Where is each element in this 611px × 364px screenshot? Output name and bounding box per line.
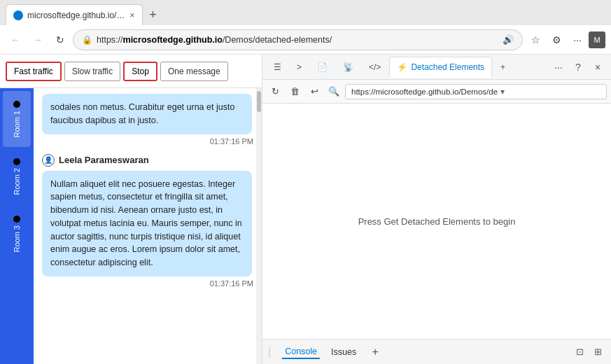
room-label-1: Room 1 xyxy=(13,111,21,138)
room-item-1[interactable]: Room 1 xyxy=(3,91,31,147)
chat-body: Room 1 Room 2 Room 3 xyxy=(0,88,262,364)
bottom-add-tab-icon[interactable]: + xyxy=(367,344,383,360)
address-url-domain: microsoftedge.github.io xyxy=(123,35,223,45)
devtools-tab-sources[interactable]: 📄 xyxy=(310,57,335,78)
html-icon: </> xyxy=(369,62,381,72)
message-bubble-1: sodales non metus. Curabitur eget urna e… xyxy=(42,94,252,134)
favorites-icon[interactable]: ☆ xyxy=(526,30,545,50)
dt-url-arrow: ▾ xyxy=(500,87,505,97)
scroll-thumb xyxy=(257,91,261,112)
devtools-tab-elements[interactable]: ☰ xyxy=(267,57,288,78)
network-icon: 📡 xyxy=(343,62,353,72)
browser-window: microsoftedge.github.io/Demos/c... × + ←… xyxy=(0,0,611,364)
detached-icon: ⚡ xyxy=(397,62,407,72)
settings-icon[interactable]: ⚙ xyxy=(547,30,566,50)
message-sender-2: 👤 Leela Parameswaran xyxy=(42,154,253,167)
chat-toolbar: Fast traffic Slow traffic Stop One messa… xyxy=(0,55,262,88)
address-bar[interactable]: 🔒 https://microsoftedge.github.io/Demos/… xyxy=(73,29,523,50)
nav-right-buttons: ☆ ⚙ ··· M xyxy=(526,30,605,50)
devtools-tab-console[interactable]: > xyxy=(290,57,309,78)
dt-search-button[interactable]: 🔍 xyxy=(325,83,342,100)
bottom-icon-2[interactable]: ⊞ xyxy=(590,344,605,360)
message-time-1: 01:37:16 PM xyxy=(42,137,253,146)
dt-url-text: https://microsoftedge.github.io/Demos/de xyxy=(351,88,498,96)
one-message-button[interactable]: One message xyxy=(160,62,228,81)
tab-title: microsoftedge.github.io/Demos/c... xyxy=(27,10,125,20)
read-aloud-icon: 🔊 xyxy=(503,34,514,45)
profile-button[interactable]: M xyxy=(589,31,605,48)
bottom-tab-console[interactable]: Console xyxy=(282,345,320,359)
fast-traffic-button[interactable]: Fast traffic xyxy=(6,62,62,81)
sender-name-2: Leela Parameswaran xyxy=(59,155,149,165)
new-tab-button[interactable]: + xyxy=(143,4,164,25)
address-url: https://microsoftedge.github.io/Demos/de… xyxy=(97,35,498,45)
room-item-2[interactable]: Room 2 xyxy=(3,148,31,204)
chat-messages[interactable]: sodales non metus. Curabitur eget urna e… xyxy=(34,88,262,364)
more-options-button[interactable]: ··· xyxy=(568,30,587,50)
devtools-close-button[interactable]: × xyxy=(589,58,607,76)
room-item-3[interactable]: Room 3 xyxy=(3,206,31,262)
devtools-hint-text: Press Get Detached Elements to begin xyxy=(358,216,516,227)
scroll-track[interactable] xyxy=(256,88,262,364)
elements-icon: ☰ xyxy=(274,62,281,72)
tab-favicon xyxy=(13,10,23,20)
detached-tab-label: Detached Elements xyxy=(411,62,484,72)
devtools-tab-html[interactable]: </> xyxy=(362,57,388,78)
room-label-2: Room 2 xyxy=(13,168,21,195)
message-text-2: Nullam aliquet elit nec posuere egestas.… xyxy=(50,179,242,268)
devtools-bottom-bar: | Console Issues + ⊡ ⊞ xyxy=(262,339,611,364)
devtools-help-button[interactable]: ? xyxy=(569,58,587,76)
add-tab-icon: + xyxy=(500,62,505,72)
tab-bar: microsoftedge.github.io/Demos/c... × + xyxy=(0,0,611,25)
dt-delete-button[interactable]: 🗑 xyxy=(286,83,303,100)
nav-bar: ← → ↻ 🔒 https://microsoftedge.github.io/… xyxy=(0,25,611,55)
chat-panel: Fast traffic Slow traffic Stop One messa… xyxy=(0,55,262,364)
console-icon: > xyxy=(297,62,302,72)
room-label-3: Room 3 xyxy=(13,225,21,253)
stop-button[interactable]: Stop xyxy=(123,62,157,81)
room-dot-2 xyxy=(13,158,20,165)
bottom-icon-1[interactable]: ⊡ xyxy=(572,344,587,360)
message-bubble-2: Nullam aliquet elit nec posuere egestas.… xyxy=(42,171,252,276)
address-url-path: /Demos/detached-elements/ xyxy=(223,35,332,45)
devtools-more-button[interactable]: ··· xyxy=(549,58,568,76)
room-sidebar: Room 1 Room 2 Room 3 xyxy=(0,88,34,364)
devtools-tab-add[interactable]: + xyxy=(493,57,512,78)
devtools-tab-bar: ☰ > 📄 📡 </> ⚡ Detached Elements xyxy=(262,55,611,80)
sources-icon: 📄 xyxy=(317,62,328,72)
dt-refresh-button[interactable]: ↻ xyxy=(267,83,283,100)
bottom-vertical-bar: | xyxy=(268,346,271,358)
devtools-panel: ☰ > 📄 📡 </> ⚡ Detached Elements xyxy=(262,55,611,364)
bottom-right-icons: ⊡ ⊞ xyxy=(572,344,605,360)
room-dot-3 xyxy=(13,216,20,223)
devtools-content: Press Get Detached Elements to begin xyxy=(262,104,611,339)
dt-address-bar[interactable]: https://microsoftedge.github.io/Demos/de… xyxy=(345,84,607,99)
main-area: Fast traffic Slow traffic Stop One messa… xyxy=(0,55,611,364)
refresh-button[interactable]: ↻ xyxy=(50,30,70,50)
browser-tab-active[interactable]: microsoftedge.github.io/Demos/c... × xyxy=(6,4,143,25)
forward-button[interactable]: → xyxy=(28,30,48,50)
message-text-1: sodales non metus. Curabitur eget urna e… xyxy=(50,102,234,125)
room-dot-1 xyxy=(13,101,20,108)
chat-content: sodales non metus. Curabitur eget urna e… xyxy=(34,88,262,302)
bottom-tab-issues[interactable]: Issues xyxy=(328,346,359,358)
avatar-leela: 👤 xyxy=(42,154,55,167)
message-time-2: 01:37:16 PM xyxy=(42,279,253,288)
devtools-tab-detached[interactable]: ⚡ Detached Elements xyxy=(389,57,492,78)
close-tab-icon[interactable]: × xyxy=(129,10,135,20)
back-button[interactable]: ← xyxy=(6,30,25,50)
devtools-tab-network[interactable]: 📡 xyxy=(336,57,360,78)
devtools-nav: ↻ 🗑 ↩ 🔍 https://microsoftedge.github.io/… xyxy=(262,80,611,104)
slow-traffic-button[interactable]: Slow traffic xyxy=(64,62,120,81)
lock-icon: 🔒 xyxy=(82,35,92,45)
dt-undo-button[interactable]: ↩ xyxy=(306,83,323,100)
